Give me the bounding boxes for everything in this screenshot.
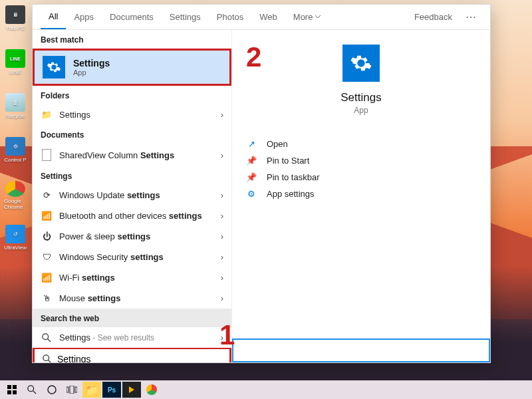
svg-line-3 <box>49 360 51 362</box>
taskbar-terminal[interactable] <box>122 382 141 398</box>
action-pin-taskbar[interactable]: 📌 Pin to taskbar <box>245 172 477 182</box>
tab-web[interactable]: Web <box>251 5 285 29</box>
tab-more[interactable]: More <box>285 5 329 29</box>
action-pin-start[interactable]: 📌 Pin to Start <box>245 156 477 166</box>
bluetooth-icon: 📶 <box>41 211 53 221</box>
refresh-icon: ⟳ <box>41 190 53 200</box>
desktop-icon-control-panel[interactable]: ⚙Control P <box>4 137 27 166</box>
desktop-icon-ultraview[interactable]: ↺UltraView <box>4 225 27 254</box>
cortana-search-bar[interactable] <box>232 338 490 362</box>
svg-line-9 <box>33 391 36 394</box>
annotation-2: 2 <box>246 41 261 73</box>
svg-point-0 <box>43 333 49 339</box>
action-app-settings[interactable]: ⚙ App settings <box>245 189 477 199</box>
desktop-icon-this-pc[interactable]: 🖥This PC <box>4 5 27 35</box>
results-list: Best match Settings App Folders 📁 Settin… <box>33 30 232 362</box>
preview-pane: Settings App ↗ Open 📌 Pin to Start 📌 Pin… <box>232 30 490 362</box>
web-result-settings[interactable]: Settings - See web results › <box>33 327 231 348</box>
taskbar-chrome[interactable] <box>142 382 161 398</box>
chevron-right-icon: › <box>221 110 223 120</box>
shield-icon: 🛡 <box>41 252 53 262</box>
setting-windows-security[interactable]: 🛡 Windows Security settings › <box>33 247 231 267</box>
annotation-1: 1 <box>219 319 235 351</box>
search-input-highlight <box>33 348 231 362</box>
svg-rect-6 <box>7 390 11 394</box>
chevron-down-icon <box>315 15 321 19</box>
tab-all[interactable]: All <box>41 5 66 29</box>
tab-settings[interactable]: Settings <box>162 5 209 29</box>
section-best-match: Best match <box>33 30 231 49</box>
svg-rect-11 <box>66 387 68 392</box>
setting-mouse[interactable]: 🖱 Mouse settings › <box>33 288 231 309</box>
gear-icon <box>342 45 380 82</box>
power-icon: ⏻ <box>41 231 53 241</box>
desktop-icon-recycle-bin[interactable]: 🗑Recycle <box>4 93 27 122</box>
desktop-icon-line[interactable]: LINELINE <box>4 49 27 78</box>
folder-icon: 📁 <box>41 110 53 120</box>
wifi-icon: 📶 <box>41 273 53 283</box>
svg-rect-13 <box>75 387 77 392</box>
start-button[interactable] <box>3 382 21 398</box>
gear-icon <box>43 56 65 78</box>
folder-settings[interactable]: 📁 Settings › <box>33 104 231 125</box>
svg-line-1 <box>48 338 51 341</box>
best-match-settings[interactable]: Settings App <box>33 49 231 86</box>
svg-rect-12 <box>70 386 74 394</box>
section-search-web: Search the web <box>33 309 231 327</box>
search-icon <box>43 354 52 362</box>
search-input[interactable] <box>57 354 221 362</box>
taskbar-photoshop[interactable]: Ps <box>102 382 121 398</box>
open-icon: ↗ <box>245 139 257 149</box>
svg-rect-7 <box>13 390 17 394</box>
document-sharedview[interactable]: SharedView Column Settings › <box>33 144 231 166</box>
more-options-button[interactable]: ⋯ <box>460 11 482 23</box>
tab-documents[interactable]: Documents <box>102 5 162 29</box>
chevron-right-icon: › <box>221 150 223 160</box>
section-documents: Documents <box>33 125 231 144</box>
taskbar-taskview-button[interactable] <box>63 382 81 398</box>
desktop-icon-chrome[interactable]: Google Chrome <box>4 181 27 210</box>
setting-windows-update[interactable]: ⟳ Windows Update settings › <box>33 185 231 205</box>
taskbar-cortana-button[interactable] <box>43 382 61 398</box>
mouse-icon: 🖱 <box>41 293 53 303</box>
svg-rect-5 <box>13 385 17 389</box>
document-icon <box>41 149 53 161</box>
pin-icon: 📌 <box>245 156 257 166</box>
taskbar: 📁 Ps <box>0 380 532 399</box>
svg-point-8 <box>28 386 34 392</box>
tab-apps[interactable]: Apps <box>66 5 102 29</box>
desktop-icons: 🖥This PC LINELINE 🗑Recycle ⚙Control P Go… <box>4 5 29 254</box>
best-match-title: Settings <box>73 58 110 68</box>
svg-rect-4 <box>7 385 11 389</box>
section-folders: Folders <box>33 86 231 104</box>
setting-wifi[interactable]: 📶 Wi-Fi settings › <box>33 267 231 288</box>
preview-subtitle: App <box>354 106 368 115</box>
pin-icon: 📌 <box>245 172 257 182</box>
preview-title: Settings <box>340 91 381 104</box>
taskbar-file-explorer[interactable]: 📁 <box>82 382 101 398</box>
best-match-subtitle: App <box>73 68 110 76</box>
gear-icon: ⚙ <box>245 189 257 199</box>
action-open[interactable]: ↗ Open <box>245 139 477 149</box>
setting-bluetooth[interactable]: 📶 Bluetooth and other devices settings › <box>33 205 231 226</box>
svg-point-10 <box>48 386 56 394</box>
taskbar-search-button[interactable] <box>23 382 41 398</box>
setting-power-sleep[interactable]: ⏻ Power & sleep settings › <box>33 226 231 247</box>
search-filter-tabs: All Apps Documents Settings Photos Web M… <box>33 5 490 30</box>
search-icon <box>41 333 53 342</box>
tab-photos[interactable]: Photos <box>209 5 251 29</box>
feedback-link[interactable]: Feedback <box>406 5 460 29</box>
svg-point-2 <box>43 355 49 361</box>
section-settings: Settings <box>33 166 231 185</box>
